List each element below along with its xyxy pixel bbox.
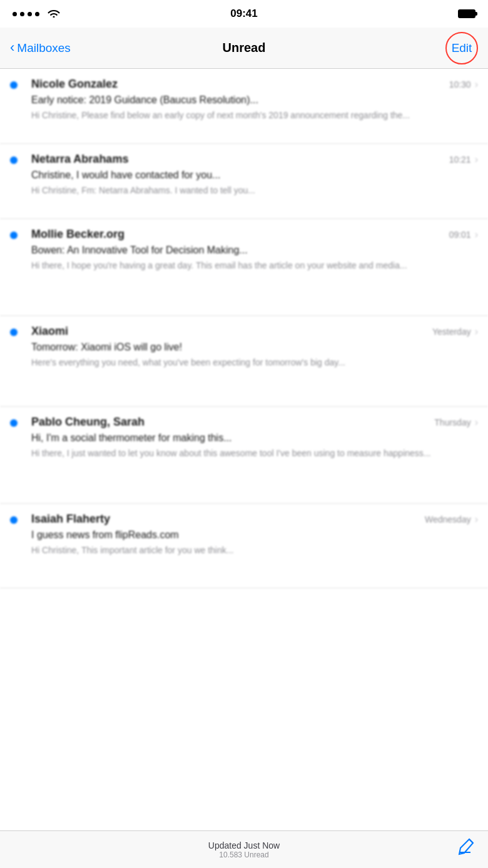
email-meta: 10:21 › [449,154,478,165]
email-meta: Wednesday › [425,514,478,525]
email-sender: Pablo Cheung, Sarah [31,416,428,429]
email-sender: Isaiah Flaherty [31,513,419,526]
unread-dot [10,232,18,239]
signal-dot-4 [35,12,39,16]
email-list: Nicole Gonzalez 10:30 › Early notice: 20… [0,69,488,588]
email-preview: Hi Christine, Fm: Netarra Abrahams. I wa… [31,185,478,197]
battery-icon [458,9,475,18]
email-subject: I guess news from flipReads.com [31,529,478,542]
email-header: Isaiah Flaherty Wednesday › [31,513,478,526]
email-subject: Hi, I'm a social thermometer for making … [31,432,478,445]
back-button[interactable]: ‹ Mailboxes [10,41,71,55]
email-item[interactable]: Mollie Becker.org 09:01 › Bowen: An Inno… [0,219,488,316]
email-subject: Early notice: 2019 Guidance (Baucus Reso… [31,94,478,107]
signal-dot-1 [13,12,17,16]
email-preview: Hi Christine, This important article for… [31,544,478,557]
email-time: Wednesday [425,514,471,524]
email-chevron-icon: › [475,154,478,165]
email-header: Xiaomi Yesterday › [31,325,478,338]
unread-dot [10,516,18,524]
footer-text: Updated Just Now 10.583 Unread [208,840,280,859]
unread-dot [10,156,18,164]
back-label: Mailboxes [17,41,71,55]
compose-button[interactable] [457,838,475,861]
email-chevron-icon: › [475,79,478,90]
email-item[interactable]: Isaiah Flaherty Wednesday › I guess news… [0,504,488,588]
email-time: Thursday [434,417,470,427]
email-meta: Yesterday › [432,326,478,337]
email-sender: Xiaomi [31,325,426,338]
email-header: Pablo Cheung, Sarah Thursday › [31,416,478,429]
email-sender: Nicole Gonzalez [31,78,443,91]
email-time: 09:01 [449,230,471,240]
email-header: Nicole Gonzalez 10:30 › [31,78,478,91]
email-sender: Netarra Abrahams [31,153,443,166]
unread-dot [10,329,18,336]
unread-dot [10,81,18,89]
email-item[interactable]: Netarra Abrahams 10:21 › Christine, I wo… [0,144,488,219]
footer-count: 10.583 Unread [208,850,280,859]
edit-button[interactable]: Edit [445,32,478,64]
email-time: Yesterday [432,327,471,337]
email-chevron-icon: › [475,417,478,428]
email-subject: Tomorrow: Xiaomi iOS will go live! [31,341,478,354]
footer-updated: Updated Just Now [208,840,280,850]
email-chevron-icon: › [475,229,478,240]
email-meta: 10:30 › [449,79,478,90]
unread-dot [10,419,18,427]
email-preview: Here's everything you need, what you've … [31,357,478,369]
email-item[interactable]: Pablo Cheung, Sarah Thursday › Hi, I'm a… [0,407,488,504]
nav-title: Unread [223,41,266,55]
status-time: 09:41 [230,8,257,20]
email-preview: Hi there, I just wanted to let you know … [31,447,478,460]
back-chevron-icon: ‹ [10,41,14,54]
signal-dot-3 [28,12,32,16]
email-subject: Christine, I would have contacted for yo… [31,169,478,182]
email-subject: Bowen: An Innovative Tool for Decision M… [31,244,478,257]
signal-dots [13,8,60,20]
email-meta: Thursday › [434,417,478,428]
email-item[interactable]: Xiaomi Yesterday › Tomorrow: Xiaomi iOS … [0,316,488,407]
email-meta: 09:01 › [449,229,478,240]
email-chevron-icon: › [475,514,478,525]
nav-bar: ‹ Mailboxes Unread Edit [0,28,488,69]
signal-dot-2 [20,12,24,16]
email-header: Netarra Abrahams 10:21 › [31,153,478,166]
email-preview: Hi there, I hope you're having a great d… [31,260,478,272]
email-chevron-icon: › [475,326,478,337]
wifi-icon [48,8,60,20]
email-time: 10:30 [449,79,471,89]
email-item[interactable]: Nicole Gonzalez 10:30 › Early notice: 20… [0,69,488,144]
status-bar: 09:41 [0,0,488,28]
email-time: 10:21 [449,155,471,165]
email-sender: Mollie Becker.org [31,228,443,241]
email-preview: Hi Christine, Please find below an early… [31,110,478,122]
email-header: Mollie Becker.org 09:01 › [31,228,478,241]
footer: Updated Just Now 10.583 Unread [0,830,488,868]
